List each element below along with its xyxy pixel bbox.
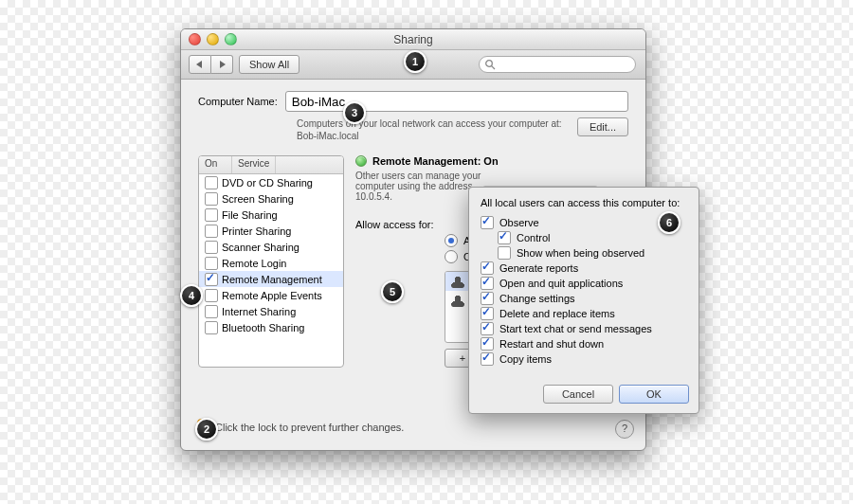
status-sub1: Other users can manage your computer usi… bbox=[355, 171, 481, 191]
status-dot-icon bbox=[355, 155, 367, 167]
show-all-button[interactable]: Show All bbox=[239, 55, 299, 74]
traffic-lights bbox=[189, 33, 237, 45]
service-row[interactable]: Bluetooth Sharing bbox=[199, 319, 343, 335]
nav-segment bbox=[189, 55, 233, 74]
permission-label: Copy items bbox=[499, 353, 552, 365]
permission-checkbox[interactable] bbox=[481, 322, 494, 335]
service-row[interactable]: File Sharing bbox=[199, 207, 343, 223]
service-label: DVD or CD Sharing bbox=[222, 177, 313, 189]
permission-option[interactable]: Copy items bbox=[481, 352, 687, 366]
service-label: Remote Management bbox=[222, 274, 322, 285]
sheet-header: All local users can access this computer… bbox=[481, 197, 687, 208]
permission-option[interactable]: Change settings bbox=[481, 292, 687, 305]
cancel-button[interactable]: Cancel bbox=[543, 385, 613, 404]
permission-checkbox[interactable] bbox=[481, 261, 494, 275]
permission-option[interactable]: Show when being observed bbox=[498, 246, 687, 260]
computer-name-row: Computer Name: bbox=[198, 91, 628, 112]
permission-checkbox[interactable] bbox=[481, 307, 494, 320]
computer-name-hint-row: Computers on your local network can acce… bbox=[198, 117, 628, 142]
service-checkbox[interactable] bbox=[205, 208, 218, 222]
service-label: Bluetooth Sharing bbox=[222, 322, 304, 333]
permission-label: Control bbox=[517, 232, 550, 243]
status-label: Remote Management: On bbox=[372, 155, 499, 167]
ok-button[interactable]: OK bbox=[619, 385, 689, 404]
search-icon bbox=[484, 59, 496, 72]
permission-label: Change settings bbox=[499, 293, 575, 304]
minimize-icon[interactable] bbox=[207, 33, 219, 45]
permission-checkbox[interactable] bbox=[498, 246, 511, 260]
permission-checkbox[interactable] bbox=[481, 292, 494, 305]
service-row[interactable]: Remote Login bbox=[199, 255, 343, 271]
col-service: Service bbox=[232, 156, 276, 173]
service-checkbox[interactable] bbox=[205, 225, 218, 238]
permission-option[interactable]: Delete and replace items bbox=[481, 307, 687, 320]
lock-footer: Click the lock to prevent further change… bbox=[194, 418, 404, 437]
callout-6: 6 bbox=[658, 211, 681, 234]
permission-option[interactable]: Restart and shut down bbox=[481, 337, 687, 351]
close-icon[interactable] bbox=[189, 33, 201, 45]
service-row[interactable]: Internet Sharing bbox=[199, 303, 343, 319]
permission-option[interactable]: Start text chat or send messages bbox=[481, 322, 687, 335]
permission-checkbox[interactable] bbox=[481, 277, 494, 290]
service-checkbox[interactable] bbox=[205, 321, 218, 334]
service-checkbox[interactable] bbox=[205, 257, 218, 270]
service-row[interactable]: Scanner Sharing bbox=[199, 239, 343, 255]
forward-button[interactable] bbox=[211, 55, 233, 74]
permission-label: Show when being observed bbox=[517, 247, 644, 259]
status-row: Remote Management: On bbox=[355, 155, 628, 167]
permission-checkbox[interactable] bbox=[481, 337, 494, 351]
service-row[interactable]: DVD or CD Sharing bbox=[199, 174, 343, 190]
window-title: Sharing bbox=[181, 33, 645, 46]
zoom-icon[interactable] bbox=[225, 33, 237, 45]
hint-line2: Bob-iMac.local bbox=[297, 131, 359, 141]
callout-4: 4 bbox=[180, 284, 203, 307]
permission-option[interactable]: Generate reports bbox=[481, 261, 687, 275]
user-icon bbox=[451, 294, 464, 307]
service-label: Internet Sharing bbox=[222, 306, 296, 317]
permission-option[interactable]: Control bbox=[498, 231, 687, 244]
service-row[interactable]: Printer Sharing bbox=[199, 223, 343, 239]
status-sub2: 10.0.5.4. bbox=[355, 191, 392, 202]
permission-label: Open and quit applications bbox=[499, 278, 623, 289]
computer-name-hint: Computers on your local network can acce… bbox=[297, 117, 570, 142]
col-on: On bbox=[199, 156, 232, 173]
service-row[interactable]: Remote Apple Events bbox=[199, 287, 343, 303]
permission-label: Delete and replace items bbox=[499, 308, 615, 319]
user-icon bbox=[451, 275, 464, 288]
service-row[interactable]: Screen Sharing bbox=[199, 190, 343, 207]
search-input[interactable] bbox=[479, 56, 636, 73]
service-checkbox[interactable] bbox=[205, 305, 218, 318]
services-header: On Service bbox=[199, 156, 343, 174]
permission-checkbox[interactable] bbox=[481, 216, 494, 229]
service-row[interactable]: Remote Management bbox=[199, 271, 343, 287]
permission-checkbox[interactable] bbox=[481, 352, 494, 366]
permission-option[interactable]: Open and quit applications bbox=[481, 277, 687, 290]
svg-point-0 bbox=[486, 61, 493, 67]
lock-text: Click the lock to prevent further change… bbox=[215, 422, 404, 433]
help-button[interactable]: ? bbox=[615, 420, 634, 439]
service-checkbox[interactable] bbox=[205, 192, 218, 206]
service-label: Printer Sharing bbox=[222, 225, 291, 237]
service-checkbox[interactable] bbox=[205, 289, 218, 302]
callout-2: 2 bbox=[195, 418, 218, 441]
computer-name-input[interactable] bbox=[285, 91, 628, 112]
permission-checkbox[interactable] bbox=[498, 231, 511, 244]
permission-label: Start text chat or send messages bbox=[499, 323, 652, 334]
permission-label: Restart and shut down bbox=[499, 338, 604, 350]
services-list: On Service DVD or CD SharingScreen Shari… bbox=[198, 155, 344, 368]
service-label: Remote Login bbox=[222, 258, 287, 269]
edit-button[interactable]: Edit... bbox=[577, 117, 628, 136]
permission-option[interactable]: Observe bbox=[481, 216, 687, 229]
radio-icon bbox=[445, 234, 458, 247]
permission-label: Observe bbox=[499, 217, 539, 228]
search-wrapper bbox=[479, 56, 636, 73]
back-button[interactable] bbox=[189, 55, 211, 74]
computer-name-label: Computer Name: bbox=[198, 96, 278, 107]
service-label: Screen Sharing bbox=[222, 193, 294, 205]
service-label: File Sharing bbox=[222, 209, 278, 221]
service-checkbox[interactable] bbox=[205, 176, 218, 189]
service-checkbox[interactable] bbox=[205, 273, 218, 286]
radio-icon bbox=[445, 250, 458, 263]
titlebar: Sharing bbox=[181, 29, 645, 50]
service-checkbox[interactable] bbox=[205, 241, 218, 254]
